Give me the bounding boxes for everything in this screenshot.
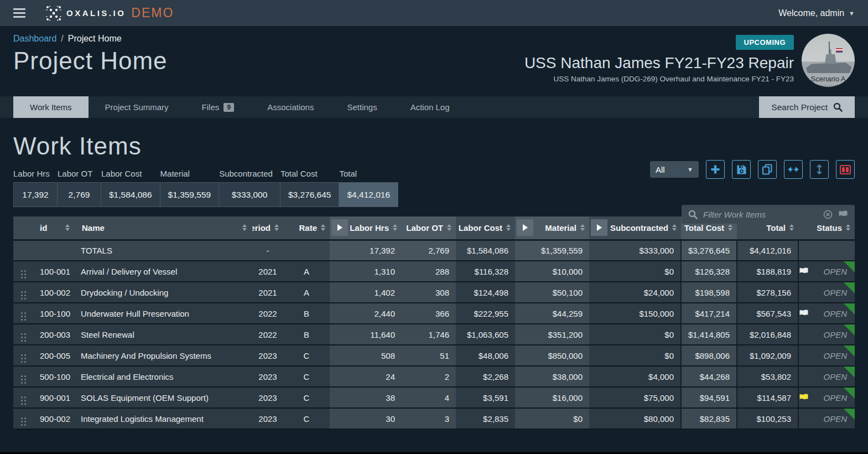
tab-associations[interactable]: Associations [251,96,330,118]
flag-filter-icon[interactable] [838,210,848,219]
summary-value: 2,769 [57,182,101,207]
columns-icon [840,165,851,174]
expand-subcontracted-group-button[interactable] [591,219,607,236]
sort-icon [789,224,794,231]
col-header-id[interactable]: id [33,216,75,240]
tab-project-summary[interactable]: Project Summary [89,96,185,118]
summary-item: Total Cost $3,276,645 [280,169,340,207]
expand-right-icon [597,224,602,231]
drag-handle[interactable] [13,261,33,282]
filter-work-items-input[interactable] [703,210,818,219]
status-corner-icon [844,367,855,378]
section-title: Work Items [13,132,855,160]
status-corner-icon [844,409,855,420]
view-filter-select[interactable]: All ▼ [650,161,699,178]
cell-status: OPEN [798,261,855,282]
save-icon [736,164,747,175]
cell-labor-cost: $2,835 [456,408,515,429]
project-avatar[interactable]: Scenario A [802,34,855,87]
cell-name: SOLAS Equipment (OEM Support) [75,387,252,408]
save-button[interactable] [732,160,751,179]
col-header-labor-ot[interactable]: Labor OT [402,216,456,240]
status-corner-icon [844,324,855,336]
cell-rate: A [283,261,330,282]
oxalis-logo-icon [45,5,62,22]
drag-handle[interactable] [13,324,33,345]
scenario-label: Scenario A [806,73,851,85]
drag-handle[interactable] [13,366,33,387]
table-row[interactable]: 900-002 Integrated Logistics Management … [13,408,855,429]
summary-label: Labor OT [58,169,101,178]
hamburger-menu-icon[interactable] [13,8,25,18]
clear-filter-icon[interactable] [823,210,833,219]
drag-dots-icon [21,396,26,405]
cell-status: OPEN [798,408,855,429]
col-header-period[interactable]: Period [252,216,283,240]
cell-subcontracted: $4,000 [609,366,681,387]
tab-action-log[interactable]: Action Log [394,96,466,118]
cell-status: OPEN [798,303,855,324]
cell-material: $850,000 [535,345,589,366]
cell-labor-ot: 1,746 [402,324,456,345]
search-icon [833,102,843,112]
breadcrumb-current: Project Home [68,34,122,44]
col-header-material[interactable]: Material [535,216,589,240]
expand-columns-button[interactable] [784,160,803,179]
table-row[interactable]: 200-005 Machinery And Propulsion Systems… [13,345,855,366]
search-project-button[interactable]: Search Project [759,96,855,118]
expand-rows-button[interactable] [810,160,829,179]
status-corner-icon [844,303,855,314]
tab-files[interactable]: Files 9 [185,96,251,118]
flag-icon[interactable] [799,394,809,402]
cell-labor-hrs: 1,402 [350,282,402,303]
sort-icon [846,224,850,231]
expand-material-group-button[interactable] [517,219,533,236]
cell-rate: B [283,324,330,345]
drag-handle[interactable] [13,387,33,408]
summary-label: Material [160,169,220,178]
drag-handle[interactable] [13,408,33,429]
cell-name: Machinery And Propulsion Systems [75,345,252,366]
cell-total: $278,156 [737,282,798,303]
col-header-labor-cost[interactable]: Labor Cost [456,216,515,240]
col-header-labor-hrs[interactable]: Labor Hrs [350,216,402,240]
sort-icon [65,224,70,231]
add-work-item-button[interactable] [706,160,725,179]
cell-labor-ot: 288 [402,261,456,282]
table-row[interactable]: 100-100 Underwater Hull Preservation 202… [13,303,855,324]
table-row[interactable]: 100-001 Arrival / Delivery of Vessel 202… [13,261,855,282]
table-body: TOTALS - 17,392 2,769 $1,584,086 $1,359,… [13,240,855,429]
summary-item: Labor Cost $1,584,086 [101,169,160,207]
copy-button[interactable] [758,160,777,179]
breadcrumb-separator: / [61,34,63,44]
cell-id: 200-005 [33,345,75,366]
table-row[interactable]: 900-001 SOLAS Equipment (OEM Support) 20… [13,387,855,408]
tab-work-items[interactable]: Work Items [13,96,89,118]
col-header-subcontracted[interactable]: Subcontracted [609,216,681,240]
summary-value: $333,000 [219,182,280,207]
flag-icon[interactable] [799,309,809,318]
expand-labor-group-button[interactable] [331,219,348,236]
cell-labor-hrs: 508 [350,345,402,366]
cell-labor-hrs: 24 [350,366,402,387]
breadcrumb-dashboard-link[interactable]: Dashboard [13,34,56,44]
table-row[interactable]: 100-002 Drydocking / Undocking 2021 A 1,… [13,282,855,303]
drag-handle[interactable] [13,345,33,366]
drag-handle[interactable] [13,303,33,324]
table-row[interactable]: 200-003 Steel Renewal 2022 B 11,640 1,74… [13,324,855,345]
column-settings-button[interactable] [836,160,855,179]
cell-total-cost: $82,835 [681,408,737,429]
user-menu[interactable]: Welcome, admin ▼ [778,8,855,18]
cell-total-cost: $1,414,805 [681,324,737,345]
brand-name: oxalis.io [66,8,126,18]
work-items-section: Work Items All ▼ [0,132,868,430]
drag-handle[interactable] [13,282,33,303]
cell-status: OPEN [798,282,855,303]
col-header-rate[interactable]: Rate [283,216,330,240]
col-header-name[interactable]: Name [75,216,252,240]
flag-icon[interactable] [799,267,809,276]
sort-icon [580,224,585,231]
cell-total: $100,253 [737,408,798,429]
table-row[interactable]: 500-100 Electrical and Electronics 2023 … [13,366,855,387]
tab-settings[interactable]: Settings [330,96,393,118]
